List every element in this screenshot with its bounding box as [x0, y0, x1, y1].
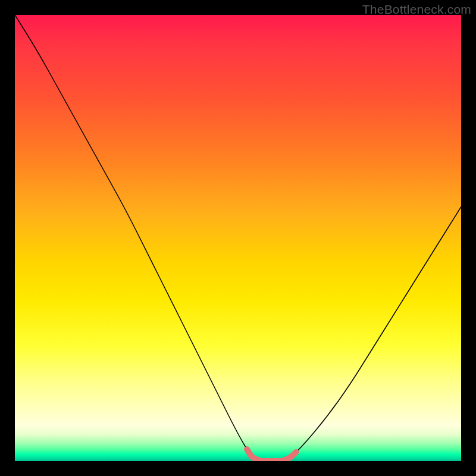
curve-highlight [247, 449, 296, 461]
chart-plot-area [15, 15, 461, 461]
chart-svg [15, 15, 461, 461]
curve-line [15, 15, 461, 461]
attribution-text: TheBottleneck.com [362, 2, 471, 17]
chart-frame: TheBottleneck.com [0, 0, 476, 476]
